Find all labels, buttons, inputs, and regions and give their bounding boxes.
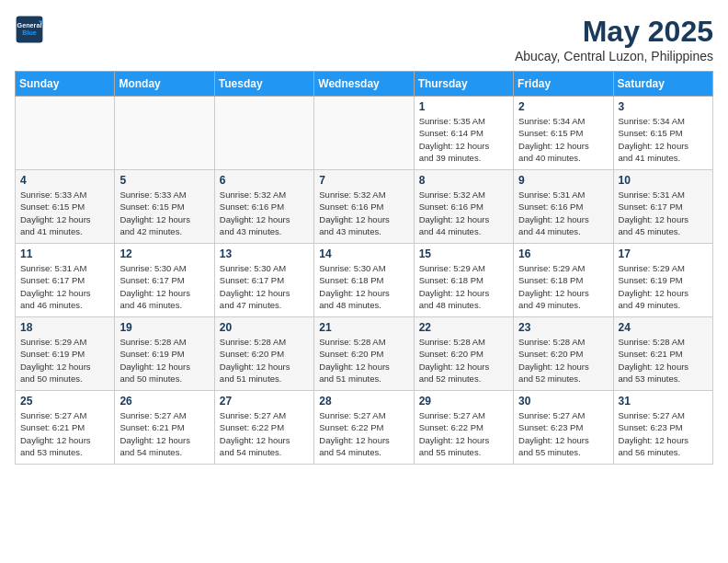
svg-text:Blue: Blue bbox=[22, 29, 37, 37]
calendar-cell: 4Sunrise: 5:33 AMSunset: 6:15 PMDaylight… bbox=[16, 170, 115, 244]
day-number: 10 bbox=[619, 174, 708, 187]
calendar-cell: 29Sunrise: 5:27 AMSunset: 6:22 PMDayligh… bbox=[414, 391, 513, 465]
day-info: Sunrise: 5:28 AMSunset: 6:19 PMDaylight:… bbox=[119, 336, 209, 385]
weekday-header-friday: Friday bbox=[514, 72, 613, 97]
day-number: 3 bbox=[619, 100, 708, 113]
calendar-cell: 10Sunrise: 5:31 AMSunset: 6:17 PMDayligh… bbox=[613, 170, 712, 244]
day-info: Sunrise: 5:28 AMSunset: 6:20 PMDaylight:… bbox=[220, 336, 309, 385]
day-info: Sunrise: 5:29 AMSunset: 6:19 PMDaylight:… bbox=[619, 262, 708, 311]
day-number: 28 bbox=[319, 395, 408, 408]
day-number: 13 bbox=[220, 247, 309, 260]
calendar-cell: 24Sunrise: 5:28 AMSunset: 6:21 PMDayligh… bbox=[613, 317, 712, 391]
day-number: 11 bbox=[20, 247, 109, 260]
day-info: Sunrise: 5:29 AMSunset: 6:18 PMDaylight:… bbox=[518, 262, 608, 311]
calendar-cell: 8Sunrise: 5:32 AMSunset: 6:16 PMDaylight… bbox=[414, 170, 513, 244]
logo: General Blue bbox=[15, 15, 44, 44]
calendar-cell: 12Sunrise: 5:30 AMSunset: 6:17 PMDayligh… bbox=[115, 244, 214, 317]
calendar-week-row: 25Sunrise: 5:27 AMSunset: 6:21 PMDayligh… bbox=[16, 391, 713, 465]
day-info: Sunrise: 5:27 AMSunset: 6:22 PMDaylight:… bbox=[220, 409, 309, 458]
day-number: 4 bbox=[20, 174, 109, 187]
calendar-cell: 28Sunrise: 5:27 AMSunset: 6:22 PMDayligh… bbox=[314, 391, 414, 465]
weekday-header-monday: Monday bbox=[115, 72, 214, 97]
day-info: Sunrise: 5:28 AMSunset: 6:20 PMDaylight:… bbox=[319, 336, 408, 385]
calendar-cell: 25Sunrise: 5:27 AMSunset: 6:21 PMDayligh… bbox=[16, 391, 115, 465]
day-number: 8 bbox=[419, 174, 508, 187]
day-info: Sunrise: 5:34 AMSunset: 6:15 PMDaylight:… bbox=[518, 115, 608, 164]
day-info: Sunrise: 5:27 AMSunset: 6:21 PMDaylight:… bbox=[20, 409, 109, 458]
calendar-week-row: 11Sunrise: 5:31 AMSunset: 6:17 PMDayligh… bbox=[16, 244, 713, 317]
day-number: 15 bbox=[419, 247, 508, 260]
day-info: Sunrise: 5:31 AMSunset: 6:16 PMDaylight:… bbox=[518, 189, 608, 237]
subtitle: Abucay, Central Luzon, Philippines bbox=[515, 49, 713, 63]
calendar-cell: 23Sunrise: 5:28 AMSunset: 6:20 PMDayligh… bbox=[514, 317, 613, 391]
weekday-header-thursday: Thursday bbox=[414, 72, 513, 97]
day-number: 6 bbox=[220, 174, 309, 187]
day-info: Sunrise: 5:29 AMSunset: 6:19 PMDaylight:… bbox=[20, 336, 109, 385]
day-number: 19 bbox=[119, 321, 209, 334]
day-number: 22 bbox=[419, 321, 508, 334]
day-number: 26 bbox=[119, 395, 209, 408]
calendar-cell: 31Sunrise: 5:27 AMSunset: 6:23 PMDayligh… bbox=[613, 391, 712, 465]
day-number: 24 bbox=[619, 321, 708, 334]
calendar-cell: 26Sunrise: 5:27 AMSunset: 6:21 PMDayligh… bbox=[115, 391, 214, 465]
calendar-cell: 7Sunrise: 5:32 AMSunset: 6:16 PMDaylight… bbox=[314, 170, 414, 244]
day-number: 5 bbox=[119, 174, 209, 187]
day-info: Sunrise: 5:27 AMSunset: 6:22 PMDaylight:… bbox=[319, 409, 408, 458]
calendar-week-row: 1Sunrise: 5:35 AMSunset: 6:14 PMDaylight… bbox=[16, 97, 713, 170]
day-number: 29 bbox=[419, 395, 508, 408]
day-info: Sunrise: 5:30 AMSunset: 6:18 PMDaylight:… bbox=[319, 262, 408, 311]
day-number: 9 bbox=[518, 174, 608, 187]
calendar-cell: 14Sunrise: 5:30 AMSunset: 6:18 PMDayligh… bbox=[314, 244, 414, 317]
calendar-cell: 6Sunrise: 5:32 AMSunset: 6:16 PMDaylight… bbox=[214, 170, 313, 244]
weekday-header-wednesday: Wednesday bbox=[314, 72, 414, 97]
day-info: Sunrise: 5:31 AMSunset: 6:17 PMDaylight:… bbox=[619, 189, 708, 237]
calendar-cell: 19Sunrise: 5:28 AMSunset: 6:19 PMDayligh… bbox=[115, 317, 214, 391]
day-number: 18 bbox=[20, 321, 109, 334]
calendar-cell: 21Sunrise: 5:28 AMSunset: 6:20 PMDayligh… bbox=[314, 317, 414, 391]
weekday-header-saturday: Saturday bbox=[613, 72, 712, 97]
day-number: 1 bbox=[419, 100, 508, 113]
calendar-cell: 27Sunrise: 5:27 AMSunset: 6:22 PMDayligh… bbox=[214, 391, 313, 465]
day-info: Sunrise: 5:30 AMSunset: 6:17 PMDaylight:… bbox=[119, 262, 209, 311]
calendar-cell: 3Sunrise: 5:34 AMSunset: 6:15 PMDaylight… bbox=[613, 97, 712, 170]
calendar-cell bbox=[214, 97, 313, 170]
day-number: 25 bbox=[20, 395, 109, 408]
calendar-cell: 16Sunrise: 5:29 AMSunset: 6:18 PMDayligh… bbox=[514, 244, 613, 317]
weekday-header-sunday: Sunday bbox=[16, 72, 115, 97]
day-info: Sunrise: 5:27 AMSunset: 6:23 PMDaylight:… bbox=[619, 409, 708, 458]
day-number: 14 bbox=[319, 247, 408, 260]
day-info: Sunrise: 5:28 AMSunset: 6:20 PMDaylight:… bbox=[518, 336, 608, 385]
calendar-cell: 1Sunrise: 5:35 AMSunset: 6:14 PMDaylight… bbox=[414, 97, 513, 170]
day-info: Sunrise: 5:27 AMSunset: 6:23 PMDaylight:… bbox=[518, 409, 608, 458]
day-info: Sunrise: 5:33 AMSunset: 6:15 PMDaylight:… bbox=[119, 189, 209, 237]
calendar-week-row: 4Sunrise: 5:33 AMSunset: 6:15 PMDaylight… bbox=[16, 170, 713, 244]
day-info: Sunrise: 5:28 AMSunset: 6:21 PMDaylight:… bbox=[619, 336, 708, 385]
day-number: 30 bbox=[518, 395, 608, 408]
day-info: Sunrise: 5:28 AMSunset: 6:20 PMDaylight:… bbox=[419, 336, 508, 385]
day-info: Sunrise: 5:32 AMSunset: 6:16 PMDaylight:… bbox=[319, 189, 408, 237]
day-number: 7 bbox=[319, 174, 408, 187]
day-info: Sunrise: 5:27 AMSunset: 6:22 PMDaylight:… bbox=[419, 409, 508, 458]
day-info: Sunrise: 5:27 AMSunset: 6:21 PMDaylight:… bbox=[119, 409, 209, 458]
day-number: 2 bbox=[518, 100, 608, 113]
calendar-cell bbox=[16, 97, 115, 170]
calendar-cell: 9Sunrise: 5:31 AMSunset: 6:16 PMDaylight… bbox=[514, 170, 613, 244]
day-number: 17 bbox=[619, 247, 708, 260]
day-number: 20 bbox=[220, 321, 309, 334]
calendar-cell: 11Sunrise: 5:31 AMSunset: 6:17 PMDayligh… bbox=[16, 244, 115, 317]
month-title: May 2025 bbox=[515, 15, 713, 49]
day-info: Sunrise: 5:31 AMSunset: 6:17 PMDaylight:… bbox=[20, 262, 109, 311]
calendar-cell: 15Sunrise: 5:29 AMSunset: 6:18 PMDayligh… bbox=[414, 244, 513, 317]
day-info: Sunrise: 5:29 AMSunset: 6:18 PMDaylight:… bbox=[419, 262, 508, 311]
calendar-cell: 2Sunrise: 5:34 AMSunset: 6:15 PMDaylight… bbox=[514, 97, 613, 170]
calendar-cell bbox=[314, 97, 414, 170]
calendar-week-row: 18Sunrise: 5:29 AMSunset: 6:19 PMDayligh… bbox=[16, 317, 713, 391]
day-info: Sunrise: 5:30 AMSunset: 6:17 PMDaylight:… bbox=[220, 262, 309, 311]
calendar-cell: 17Sunrise: 5:29 AMSunset: 6:19 PMDayligh… bbox=[613, 244, 712, 317]
day-number: 31 bbox=[619, 395, 708, 408]
day-number: 21 bbox=[319, 321, 408, 334]
calendar-cell: 30Sunrise: 5:27 AMSunset: 6:23 PMDayligh… bbox=[514, 391, 613, 465]
day-info: Sunrise: 5:34 AMSunset: 6:15 PMDaylight:… bbox=[619, 115, 708, 164]
weekday-header-tuesday: Tuesday bbox=[214, 72, 313, 97]
day-number: 27 bbox=[220, 395, 309, 408]
